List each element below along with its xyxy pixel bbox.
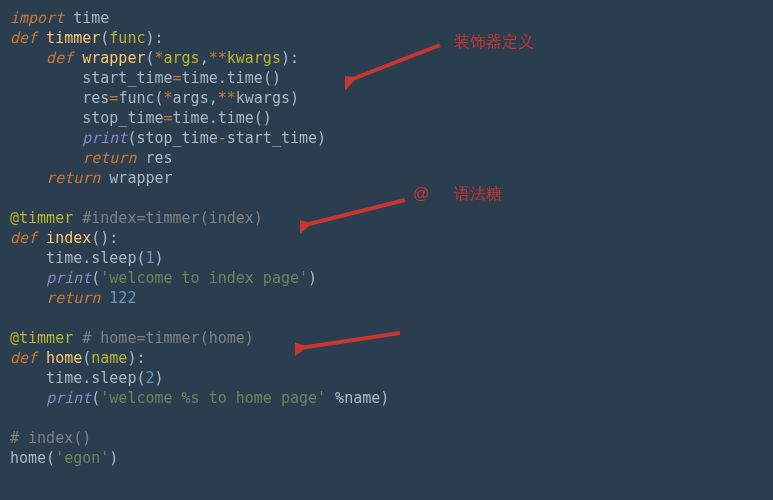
comment-call-index: # index() xyxy=(10,429,91,447)
bi-print: print xyxy=(82,129,127,147)
code-block: import time def timmer(func): def wrappe… xyxy=(0,0,773,476)
fn-home: home xyxy=(37,349,82,367)
decorator-at: @ xyxy=(10,209,19,227)
fn-timmer: timmer xyxy=(37,29,100,47)
kw-import: import xyxy=(10,9,64,27)
fn-index: index xyxy=(37,229,91,247)
comment-index: #index=timmer(index) xyxy=(73,209,263,227)
kw-def: def xyxy=(10,29,37,47)
decorator-name: timmer xyxy=(19,209,73,227)
mod-time: time xyxy=(64,9,109,27)
fn-wrapper: wrapper xyxy=(73,49,145,67)
comment-home: # home=timmer(home) xyxy=(73,329,254,347)
kw-def-inner: def xyxy=(10,49,73,67)
kw-return-outer: return xyxy=(10,169,100,187)
kw-return: return xyxy=(10,149,136,167)
